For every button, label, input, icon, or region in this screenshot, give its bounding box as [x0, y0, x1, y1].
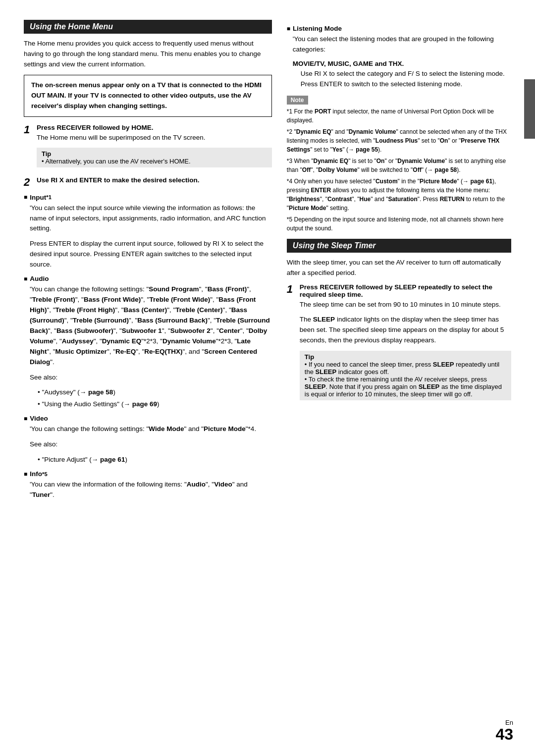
- step-1-number: 1: [24, 124, 33, 173]
- input-subsection-body: 'You can select the input source while v…: [30, 203, 272, 270]
- step-1-content: Press RECEIVER followed by HOME. The Hom…: [37, 124, 272, 173]
- tip-box-1: Tip • Alternatively, you can use the AV …: [37, 148, 272, 167]
- info-body: 'You can view the information of the fol…: [30, 480, 272, 500]
- video-body: 'You can change the following settings: …: [30, 424, 272, 434]
- page-number: 43: [495, 726, 513, 742]
- sleep-step-1-content: Press RECEIVER followed by SLEEP repeate…: [300, 283, 511, 406]
- listening-mode-header: Listening Mode: [287, 25, 511, 32]
- movie-tv-line: MOVIE/TV, MUSIC, GAME and THX.: [293, 60, 511, 67]
- input-body-2: Press ENTER to display the current input…: [30, 239, 272, 270]
- audio-see-also: See also:: [30, 373, 272, 383]
- side-tab: [524, 79, 535, 139]
- note-item-4: *4 Only when you have selected "Custom" …: [287, 177, 511, 213]
- sleep-timer-section-title: Using the Sleep Timer: [287, 239, 511, 253]
- tip-sleep-bullet-2: • To check the time remaining until the …: [305, 376, 502, 398]
- input-body-1: 'You can select the input source while v…: [30, 203, 272, 234]
- sleep-step-1-number: 1: [287, 283, 296, 406]
- tip-box-2: Tip • If you need to cancel the sleep ti…: [300, 351, 511, 400]
- tip-label-1: Tip: [42, 150, 51, 158]
- sleep-step-1-title: Press RECEIVER followed by SLEEP repeate…: [300, 283, 511, 298]
- note-section: Note *1 For the PORT input selector, the…: [287, 96, 511, 233]
- page-number-block: En 43: [495, 719, 513, 742]
- sleep-step-1-body2: The SLEEP indicator lights on the displa…: [300, 315, 511, 346]
- listening-mode-body: 'You can select the listening modes that…: [293, 34, 511, 90]
- step-2: 2 Use RI X and ENTER to make the desired…: [24, 176, 272, 188]
- note-label: Note: [287, 96, 308, 105]
- video-subsection-header: Video: [24, 415, 272, 422]
- audio-subsection-header: Audio: [24, 275, 272, 282]
- tip-bullet-1: • Alternatively, you can use the AV rece…: [42, 158, 191, 165]
- video-subsection-body: 'You can change the following settings: …: [30, 424, 272, 465]
- video-bullet-1: "Picture Adjust" (→ page 61): [38, 455, 272, 465]
- step-1-body: The Home menu will be superimposed on th…: [37, 133, 272, 143]
- step-2-title: Use RI X and ENTER to make the desired s…: [37, 176, 272, 184]
- audio-bullet-1: "Audyssey" (→ page 58): [38, 387, 272, 398]
- note-item-2: *2 "Dynamic EQ" and "Dynamic Volume" can…: [287, 127, 511, 154]
- listening-body-1: 'You can select the listening modes that…: [293, 34, 511, 55]
- note-item-1: *1 For the PORT input selector, the name…: [287, 107, 511, 125]
- notes-list: *1 For the PORT input selector, the name…: [287, 107, 511, 233]
- note-item-3: *3 When "Dynamic EQ" is set to "On" or "…: [287, 157, 511, 174]
- use-rx-line: Use RI X to select the category and F/ S…: [301, 69, 511, 90]
- step-2-number: 2: [24, 176, 33, 188]
- input-subsection-header: Input*1: [24, 194, 272, 201]
- info-subsection-body: 'You can view the information of the fol…: [30, 480, 272, 500]
- note-item-5: *5 Depending on the input source and lis…: [287, 215, 511, 233]
- sleep-step-1: 1 Press RECEIVER followed by SLEEP repea…: [287, 283, 511, 406]
- audio-subsection-body: 'You can change the following settings: …: [30, 284, 272, 410]
- home-menu-intro: The Home menu provides you quick access …: [24, 39, 272, 70]
- right-column: Listening Mode 'You can select the liste…: [287, 20, 511, 726]
- video-see-also: See also:: [30, 439, 272, 450]
- home-menu-section-title: Using the Home Menu: [24, 20, 272, 34]
- info-subsection-header: Info*5: [24, 470, 272, 478]
- left-column: Using the Home Menu The Home menu provid…: [24, 20, 272, 726]
- audio-bullet-2: "Using the Audio Settings" (→ page 69): [38, 399, 272, 410]
- audio-body: 'You can change the following settings: …: [30, 284, 272, 367]
- hdmi-notice: The on-screen menus appear only on a TV …: [24, 75, 272, 117]
- sleep-step-1-body1: The sleep time can be set from 90 to 10 …: [300, 300, 511, 310]
- tip-sleep-bullet-1: • If you need to cancel the sleep timer,…: [305, 361, 499, 376]
- sleep-timer-intro: With the sleep timer, you can set the AV…: [287, 258, 511, 278]
- tip-label-2: Tip: [305, 353, 314, 361]
- step-1-title: Press RECEIVER followed by HOME.: [37, 124, 272, 131]
- step-1: 1 Press RECEIVER followed by HOME. The H…: [24, 124, 272, 173]
- step-2-content: Use RI X and ENTER to make the desired s…: [37, 176, 272, 188]
